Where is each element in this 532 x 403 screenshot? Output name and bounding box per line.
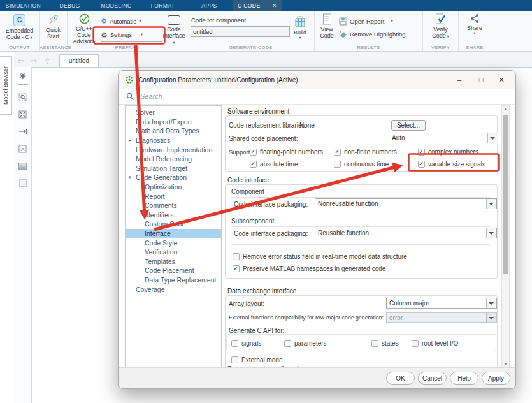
zoom-region-icon[interactable]: [18, 92, 27, 101]
tab-c-code[interactable]: C CODE ✕: [233, 0, 282, 11]
up-icon[interactable]: ⇧: [44, 57, 51, 65]
tree-item-code-placement[interactable]: Code Placement: [126, 266, 221, 275]
tree-item-data-type-replacement[interactable]: Data Type Replacement: [126, 275, 221, 285]
build-button[interactable]: Build ▾: [289, 13, 312, 40]
tab-modeling[interactable]: MODELING: [93, 0, 140, 11]
tree-item-model-referencing[interactable]: Model Referencing: [126, 154, 221, 164]
tree-item-math-data-types[interactable]: Math and Data Types: [126, 126, 221, 136]
tree-item-hardware-implementation[interactable]: Hardware Implementation: [126, 145, 221, 154]
annotation-icon[interactable]: A: [18, 144, 27, 153]
tree-item-identifiers[interactable]: Identifiers: [126, 210, 221, 220]
checkbox-remove-error-status[interactable]: Remove error status field in real-time m…: [233, 252, 407, 261]
checkbox-box[interactable]: [250, 149, 257, 156]
checkbox-external-mode[interactable]: External mode: [231, 355, 282, 364]
minimize-button[interactable]: –: [453, 71, 466, 89]
tree-item-data-import-export[interactable]: Data Import/Export: [126, 117, 221, 127]
share-button[interactable]: Share ▾: [459, 11, 491, 36]
tree-item-diagnostics[interactable]: ▸Diagnostics: [126, 136, 221, 145]
cancel-button[interactable]: Cancel: [418, 372, 447, 385]
tab-format[interactable]: FORMAT: [140, 0, 186, 11]
tree-item-custom-code[interactable]: Custom Code: [126, 219, 221, 229]
component-packaging-dropdown[interactable]: Nonreusable function: [315, 198, 497, 209]
search-input[interactable]: [139, 92, 333, 101]
checkbox-variable-size-signals[interactable]: variable-size signals: [418, 159, 485, 168]
checkbox-box[interactable]: [284, 340, 291, 347]
automatic-button[interactable]: ⚙ Automatic ▾: [101, 17, 162, 26]
tree-item-coverage[interactable]: Coverage: [126, 284, 221, 294]
tree-item-code-style[interactable]: Code Style: [126, 238, 221, 247]
checkbox-parameters[interactable]: parameters: [284, 339, 327, 348]
tree-item-interface[interactable]: Interface: [126, 229, 221, 238]
maximize-button[interactable]: □: [475, 71, 487, 89]
array-layout-dropdown[interactable]: Column-major: [386, 298, 497, 309]
checkbox-box[interactable]: [233, 253, 240, 260]
model-browser-tab[interactable]: Model Browser: [0, 56, 12, 115]
checkbox-floating-point-numbers[interactable]: floating-point numbers: [250, 147, 323, 156]
dropdown-arrow-icon[interactable]: [486, 298, 496, 308]
tree-item-optimization[interactable]: Optimization: [126, 182, 221, 192]
checkbox-box[interactable]: [231, 340, 238, 347]
checkbox-root-level-io[interactable]: root-level I/O: [412, 339, 458, 348]
tree-item-comments[interactable]: Comments: [126, 201, 221, 210]
help-button[interactable]: Help: [450, 372, 478, 385]
configuration-gear-icon: [125, 75, 134, 84]
forward-icon[interactable]: ⇨: [31, 57, 38, 65]
subcomponent-packaging-dropdown[interactable]: Reusable function: [315, 228, 497, 238]
ok-button[interactable]: OK: [386, 372, 415, 385]
close-button[interactable]: ✕: [495, 71, 508, 89]
array-layout-label: Array layout:: [229, 300, 264, 307]
component-name-input[interactable]: [191, 26, 290, 37]
checkbox-signals[interactable]: signals: [231, 339, 261, 348]
checkbox-box[interactable]: [334, 161, 341, 168]
tree-item-code-generation[interactable]: ▾Code Generation: [126, 173, 221, 182]
open-report-button[interactable]: Open Report ▾: [339, 17, 406, 26]
checkbox-box[interactable]: [231, 356, 238, 363]
apply-button[interactable]: Apply: [482, 372, 510, 385]
tree-item-simulation-target[interactable]: Simulation Target: [126, 164, 221, 173]
dropdown-arrow-icon[interactable]: [486, 228, 496, 238]
shared-code-placement-dropdown[interactable]: Auto: [389, 133, 498, 143]
tab-simulation[interactable]: SIMULATION: [0, 0, 47, 11]
hide-markup-icon[interactable]: ◉: [18, 71, 27, 80]
checkbox-box[interactable]: [371, 340, 378, 347]
checkbox-absolute-time[interactable]: absolute time: [250, 159, 298, 168]
checkbox-box[interactable]: [418, 161, 425, 168]
checkbox-preserve-namespaces[interactable]: Preserve MATLAB namespaces in generated …: [233, 264, 385, 273]
document-tab-untitled[interactable]: untitled: [59, 54, 99, 67]
tree-item-solver[interactable]: Solver: [126, 108, 221, 117]
scroll-down-icon[interactable]: ▼: [502, 361, 509, 367]
verify-code-button[interactable]: Verify Code: [423, 11, 458, 39]
dropdown-arrow-icon[interactable]: [486, 199, 496, 209]
scroll-up-icon[interactable]: ▲: [502, 106, 509, 112]
tab-apps[interactable]: APPS: [186, 0, 233, 11]
embedded-code-label: Embedded Code - C: [3, 27, 37, 40]
group-caption-assistance: ASSISTANCE: [40, 45, 67, 50]
signal-arrow-icon[interactable]: [18, 127, 27, 136]
checkbox-states[interactable]: states: [371, 339, 399, 348]
checkbox-box[interactable]: [334, 149, 341, 156]
back-icon[interactable]: ⇦: [17, 57, 24, 65]
checkbox-box[interactable]: [412, 340, 419, 347]
remove-highlighting-button[interactable]: Remove Highlighting: [339, 29, 406, 39]
tab-debug[interactable]: DEBUG: [47, 0, 93, 11]
checkbox-continuous-time[interactable]: continuous time: [334, 159, 389, 168]
checkbox-box[interactable]: [233, 265, 240, 272]
quick-start-button[interactable]: Quick Start: [40, 11, 67, 40]
fit-to-view-icon[interactable]: [18, 110, 27, 119]
checkbox-non-finite-numbers[interactable]: non-finite numbers: [334, 147, 397, 156]
tree-item-templates[interactable]: Templates: [126, 257, 221, 267]
content-scrollbar[interactable]: ▲ ▼: [501, 105, 510, 368]
tab-close-icon[interactable]: ✕: [272, 3, 277, 9]
checkbox-complex-numbers[interactable]: complex numbers: [418, 147, 478, 156]
checkbox-box[interactable]: [418, 149, 425, 156]
tree-item-report[interactable]: Report: [126, 191, 221, 201]
embedded-code-button[interactable]: Embedded Code - C: [0, 11, 39, 40]
image-icon[interactable]: [18, 161, 27, 170]
checkbox-box[interactable]: [250, 161, 257, 168]
select-button[interactable]: Select...: [391, 120, 426, 131]
dropdown-arrow-icon[interactable]: [487, 133, 498, 143]
settings-button[interactable]: ⚙ Settings ▾: [101, 30, 162, 42]
placeholder-box-icon[interactable]: [18, 179, 27, 187]
scrollbar-thumb[interactable]: [503, 115, 508, 274]
tree-item-verification[interactable]: Verification: [126, 247, 221, 257]
